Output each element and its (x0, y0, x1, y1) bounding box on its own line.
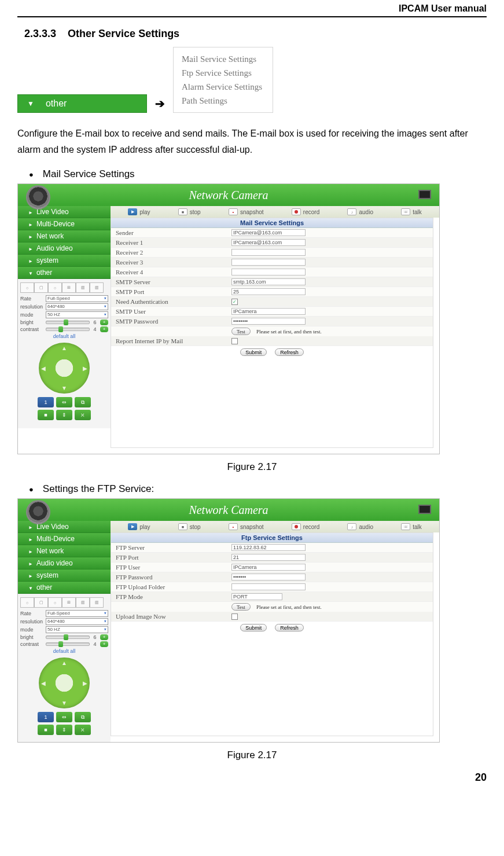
smtp-password-input[interactable]: •••••••• (231, 318, 306, 325)
arrow-up-icon[interactable]: ▲ (61, 345, 67, 351)
nav-audio-video[interactable]: Audio video (18, 243, 111, 255)
layout-cell-icon[interactable]: ⊞ (62, 597, 76, 608)
vflip-button[interactable]: ⇕ (56, 410, 72, 420)
plus-button[interactable]: + (100, 326, 108, 332)
ptz-wheel[interactable]: ▲ ▼ ◀ ▶ (39, 343, 90, 394)
layout-cell-icon[interactable]: ○ (20, 282, 34, 293)
vflip-button[interactable]: ⇕ (56, 725, 72, 735)
layout-cell-icon[interactable]: ▢ (34, 282, 48, 293)
nav-network[interactable]: Net work (18, 545, 111, 557)
upload-now-checkbox[interactable] (231, 613, 238, 620)
rate-select[interactable]: Full-Speed (46, 610, 108, 617)
talk-button[interactable]: ☏talk (401, 523, 422, 530)
menu-item[interactable]: Path Settings (182, 94, 262, 108)
arrow-right-icon[interactable]: ▶ (83, 365, 87, 372)
unlink-button[interactable]: ⤫ (75, 725, 91, 735)
layout-cell-icon[interactable]: ▢ (34, 597, 48, 608)
plus-button[interactable]: + (100, 641, 108, 647)
snapshot-button[interactable]: snapshot (229, 523, 264, 530)
audio-button[interactable]: ♪audio (347, 208, 373, 215)
preset-1-button[interactable]: 1 (38, 397, 54, 407)
nav-system[interactable]: system (18, 570, 111, 582)
nav-other[interactable]: other (18, 582, 111, 594)
rate-select[interactable]: Full-Speed (46, 295, 108, 302)
receiver3-input[interactable] (231, 259, 306, 266)
pause-button[interactable]: ■ (38, 410, 54, 420)
default-all-link[interactable]: default all (20, 333, 108, 339)
layout-cell-icon[interactable]: ○ (48, 282, 62, 293)
talk-button[interactable]: ☏talk (401, 208, 422, 215)
default-all-link[interactable]: default all (20, 648, 108, 654)
hflip-button[interactable]: ⇔ (56, 397, 72, 407)
hflip-button[interactable]: ⇔ (56, 712, 72, 722)
nav-other[interactable]: other (18, 267, 111, 279)
contrast-slider[interactable] (46, 328, 90, 331)
stop-button[interactable]: ■stop (178, 208, 201, 215)
ftp-folder-input[interactable] (231, 583, 306, 590)
ftp-port-input[interactable]: 21 (231, 554, 306, 561)
layout-cell-icon[interactable]: ○ (48, 597, 62, 608)
mode-select[interactable]: 50 HZ (46, 626, 108, 633)
snapshot-button[interactable]: snapshot (229, 208, 264, 215)
refresh-button[interactable]: Refresh (275, 624, 304, 631)
record-button[interactable]: record (292, 523, 319, 530)
bright-slider[interactable] (46, 635, 90, 639)
test-button[interactable]: Test (231, 328, 251, 335)
plus-button[interactable]: + (100, 634, 108, 640)
arrow-up-icon[interactable]: ▲ (61, 660, 67, 666)
layout-cell-icon[interactable]: ○ (20, 597, 34, 608)
nav-network[interactable]: Net work (18, 230, 111, 243)
arrow-left-icon[interactable]: ◀ (41, 365, 46, 372)
refresh-button[interactable]: Refresh (275, 348, 304, 356)
menu-item[interactable]: Mail Service Settings (182, 52, 262, 66)
play-button[interactable]: ▶play (128, 523, 150, 530)
ftp-server-input[interactable]: 119.122.83.62 (231, 544, 306, 551)
smtp-port-input[interactable]: 25 (231, 288, 306, 295)
ptz-wheel[interactable]: ▲ ▼ ◀ ▶ (39, 657, 90, 708)
smtp-server-input[interactable]: smtp.163.com (231, 278, 306, 285)
ftp-mode-select[interactable]: PORT (231, 593, 282, 600)
layout-cell-icon[interactable]: ▥ (76, 282, 90, 293)
layout-cell-icon[interactable]: ▥ (90, 597, 104, 608)
other-menu-button[interactable]: ▼ other (17, 94, 147, 113)
nav-audio-video[interactable]: Audio video (18, 557, 111, 570)
link-button[interactable]: ⧉ (75, 712, 91, 722)
need-auth-checkbox[interactable]: ✓ (231, 299, 238, 305)
link-button[interactable]: ⧉ (75, 397, 91, 407)
nav-multi-device[interactable]: Multi-Device (18, 218, 111, 230)
receiver2-input[interactable] (231, 249, 306, 256)
record-button[interactable]: record (292, 208, 319, 215)
play-button[interactable]: ▶play (128, 208, 150, 215)
submit-button[interactable]: Submit (240, 348, 267, 356)
test-button[interactable]: Test (231, 603, 251, 611)
submit-button[interactable]: Submit (240, 624, 267, 631)
menu-item[interactable]: Alarm Service Settings (182, 80, 262, 94)
stop-button[interactable]: ■stop (178, 523, 201, 530)
report-ip-checkbox[interactable] (231, 338, 238, 344)
resolution-select[interactable]: 640*480 (46, 303, 108, 310)
arrow-down-icon[interactable]: ▼ (61, 385, 67, 391)
arrow-right-icon[interactable]: ▶ (83, 680, 87, 686)
arrow-left-icon[interactable]: ◀ (41, 680, 46, 686)
receiver1-input[interactable]: IPCamera@163.com (231, 239, 306, 246)
layout-cell-icon[interactable]: ▥ (76, 597, 90, 608)
nav-system[interactable]: system (18, 255, 111, 267)
smtp-user-input[interactable]: IPCamera (231, 308, 306, 315)
audio-button[interactable]: ♪audio (347, 523, 373, 530)
unlink-button[interactable]: ⤫ (75, 410, 91, 420)
bright-slider[interactable] (46, 321, 90, 324)
preset-1-button[interactable]: 1 (38, 712, 54, 722)
layout-cell-icon[interactable]: ▥ (90, 282, 104, 293)
layout-cell-icon[interactable]: ⊞ (62, 282, 76, 293)
pause-button[interactable]: ■ (38, 725, 54, 735)
contrast-slider[interactable] (46, 642, 90, 646)
arrow-down-icon[interactable]: ▼ (61, 700, 67, 706)
nav-multi-device[interactable]: Multi-Device (18, 533, 111, 545)
ftp-password-input[interactable]: ••••••• (231, 574, 306, 581)
mode-select[interactable]: 50 HZ (46, 311, 108, 318)
sender-input[interactable]: IPCamera@163.com (231, 229, 306, 236)
ftp-user-input[interactable]: IPCamera (231, 564, 306, 571)
menu-item[interactable]: Ftp Service Settings (182, 66, 262, 80)
plus-button[interactable]: + (100, 319, 108, 325)
resolution-select[interactable]: 640*480 (46, 618, 108, 625)
